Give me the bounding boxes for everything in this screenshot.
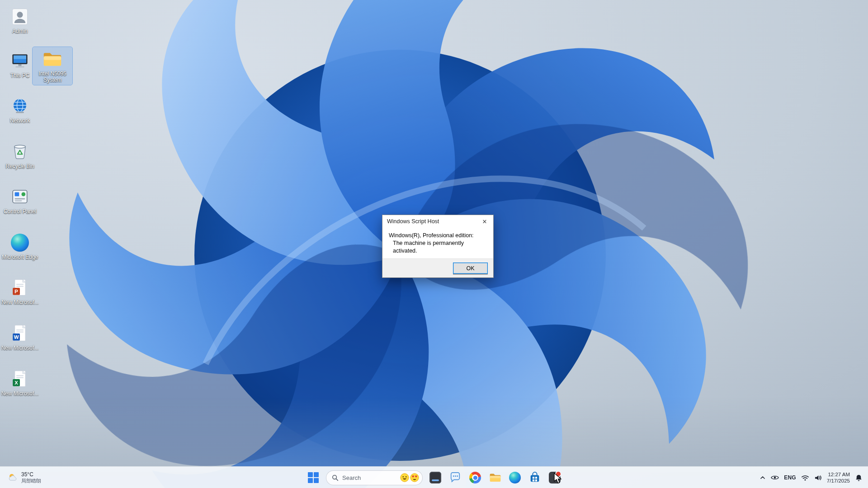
windows-script-host-dialog: Windows Script Host ✕ Windows(R), Profes… <box>382 215 494 278</box>
taskbar: 35°C 局部晴朗 Search <box>0 466 868 488</box>
search-box[interactable]: Search ♥ ♥ <box>326 470 423 485</box>
icon-label: Control Panel <box>4 208 37 215</box>
icon-label: Admin <box>12 28 28 34</box>
app-badge-icon <box>549 472 561 483</box>
volume-button[interactable] <box>814 469 822 486</box>
user-icon <box>10 7 30 27</box>
clock-time: 12:27 AM <box>828 471 850 478</box>
dialog-titlebar[interactable]: Windows Script Host ✕ <box>382 215 493 228</box>
icon-label: Microsoft Edge <box>2 254 38 260</box>
taskbar-chat[interactable] <box>446 469 464 487</box>
weather-widget[interactable]: 35°C 局部晴朗 <box>5 467 44 488</box>
taskbar-dark-app[interactable] <box>426 469 444 487</box>
icon-label: Recycle Bin <box>5 163 34 169</box>
file-explorer-icon <box>489 472 501 483</box>
system-tray: ENG 12:27 AM 7/17/2025 <box>760 467 864 488</box>
weather-temperature: 35°C <box>21 471 41 478</box>
weather-sun-cloud-icon <box>7 472 18 483</box>
icon-label: Intel N5095 System <box>33 70 71 83</box>
ok-button[interactable]: OK <box>453 263 488 274</box>
taskbar-edge[interactable] <box>506 469 524 487</box>
taskbar-center-group: Search ♥ ♥ <box>303 467 565 488</box>
clock[interactable]: 12:27 AM 7/17/2025 <box>827 471 850 484</box>
chrome-icon <box>469 472 481 483</box>
icon-label: New Microsof... <box>1 299 39 305</box>
word-doc-icon: W <box>10 324 30 343</box>
weather-condition: 局部晴朗 <box>21 478 41 484</box>
notification-bell-icon <box>855 474 863 482</box>
chat-icon <box>449 472 461 483</box>
svg-text:X: X <box>14 380 18 385</box>
svg-text:W: W <box>14 334 19 340</box>
icon-label: Network <box>10 117 30 124</box>
desktop-screen: Admin This PC Intel N5095 System <box>0 0 868 488</box>
globe-icon <box>10 96 30 116</box>
desktop-icon-control-panel[interactable]: Control Panel <box>0 185 40 216</box>
start-button[interactable] <box>304 469 322 487</box>
excel-doc-icon: X <box>10 369 30 389</box>
desktop-icon-microsoft-edge[interactable]: Microsoft Edge <box>0 230 40 262</box>
desktop-icon-admin[interactable]: Admin <box>0 5 40 36</box>
dialog-body: Windows(R), Professional edition: The ma… <box>382 228 493 255</box>
wifi-icon <box>801 474 809 481</box>
powerpoint-doc-icon: P <box>10 278 30 298</box>
emoji-smile-icon <box>400 473 410 483</box>
dialog-footer: OK <box>382 258 493 277</box>
svg-text:♥: ♥ <box>412 475 415 479</box>
chevron-up-icon <box>760 474 766 481</box>
taskbar-app-with-badge[interactable] <box>546 469 564 487</box>
recycle-bin-icon <box>10 142 30 162</box>
notification-button[interactable] <box>855 469 863 486</box>
wifi-button[interactable] <box>801 469 809 486</box>
folder-icon <box>42 49 62 69</box>
icon-label: New Microsof... <box>1 390 39 397</box>
edge-icon <box>509 472 521 483</box>
tray-chevron-button[interactable] <box>760 469 766 486</box>
taskbar-chrome[interactable] <box>466 469 484 487</box>
dark-app-icon <box>429 472 441 483</box>
volume-icon <box>814 474 822 481</box>
tray-eye-button[interactable] <box>771 469 779 486</box>
dialog-title: Windows Script Host <box>382 218 476 225</box>
icon-label: This PC <box>10 72 30 79</box>
emoji-heart-eyes-icon: ♥ ♥ <box>410 473 420 483</box>
search-icon <box>332 474 339 481</box>
desktop-icon-new-excel[interactable]: X New Microsof... <box>0 367 40 399</box>
monitor-icon <box>10 51 30 71</box>
language-indicator[interactable]: ENG <box>784 469 796 486</box>
desktop-icon-new-powerpoint[interactable]: P New Microsof... <box>0 276 40 307</box>
dialog-message-line1: Windows(R), Professional edition: <box>389 232 487 239</box>
edge-icon <box>10 233 30 253</box>
icon-label: New Microsof... <box>1 345 39 351</box>
store-icon <box>529 472 541 483</box>
control-panel-icon <box>10 187 30 207</box>
dialog-message-line2: The machine is permanently activated. <box>389 239 487 255</box>
desktop-icon-intel-n5095-system[interactable]: Intel N5095 System <box>33 47 72 85</box>
desktop-icon-recycle-bin[interactable]: Recycle Bin <box>0 140 40 171</box>
windows-logo-icon <box>308 472 319 483</box>
search-placeholder: Search <box>342 474 396 481</box>
clock-date: 7/17/2025 <box>827 478 850 484</box>
eye-icon <box>771 474 779 481</box>
desktop-icon-network[interactable]: Network <box>0 94 40 126</box>
taskbar-file-explorer[interactable] <box>486 469 504 487</box>
svg-text:♥: ♥ <box>415 475 418 479</box>
taskbar-store[interactable] <box>526 469 544 487</box>
svg-text:P: P <box>14 289 18 294</box>
desktop-icon-new-word[interactable]: W New Microsof... <box>0 321 40 353</box>
close-icon[interactable]: ✕ <box>476 215 493 228</box>
